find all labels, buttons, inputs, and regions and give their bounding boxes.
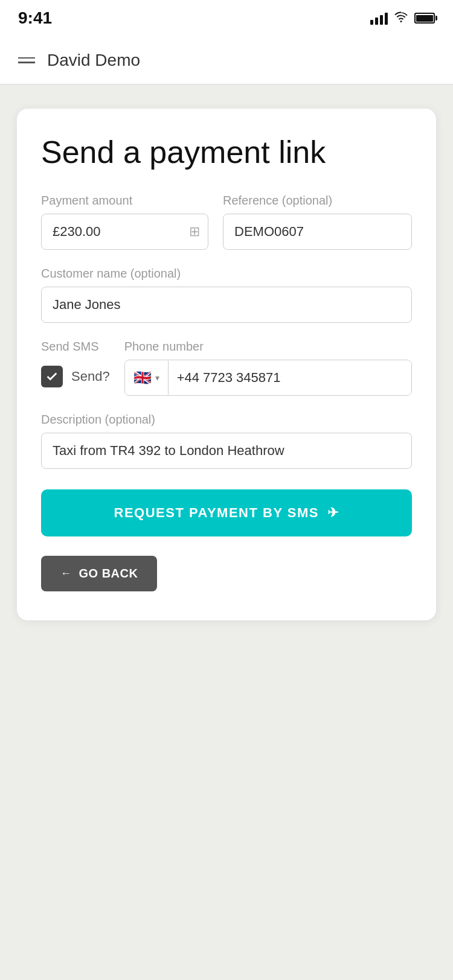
cta-button-label: REQUEST PAYMENT BY SMS: [114, 505, 319, 521]
sms-phone-row: Send SMS Send? Phone number 🇬🇧 ▾: [41, 340, 412, 396]
status-icons: [370, 10, 435, 27]
phone-input-wrapper: 🇬🇧 ▾: [124, 360, 412, 396]
phone-number-group: Phone number 🇬🇧 ▾: [124, 340, 412, 396]
calculator-icon: ⊞: [189, 224, 200, 240]
uk-flag-icon: 🇬🇧: [133, 369, 152, 386]
customer-name-input[interactable]: [41, 287, 412, 323]
checkmark-icon: [45, 370, 59, 383]
payment-amount-input[interactable]: [41, 214, 208, 250]
menu-button[interactable]: [18, 57, 35, 63]
send-sms-checkbox[interactable]: [41, 366, 63, 387]
phone-number-label: Phone number: [124, 340, 412, 354]
payment-amount-wrapper: ⊞: [41, 214, 208, 250]
send-sms-checkbox-label: Send?: [71, 369, 110, 384]
send-sms-checkbox-row: Send?: [41, 366, 110, 387]
navbar-title: David Demo: [47, 51, 140, 70]
reference-label: Reference (optional): [223, 194, 412, 208]
send-sms-group: Send SMS Send?: [41, 340, 110, 387]
status-time: 9:41: [18, 8, 52, 28]
amount-reference-row: Payment amount ⊞ Reference (optional): [41, 194, 412, 250]
phone-number-input[interactable]: [169, 360, 411, 395]
reference-input[interactable]: [223, 214, 412, 250]
description-input[interactable]: [41, 433, 412, 469]
page-title: Send a payment link: [41, 135, 412, 170]
send-sms-label: Send SMS: [41, 340, 110, 354]
status-bar: 9:41: [0, 0, 453, 36]
request-payment-button[interactable]: REQUEST PAYMENT BY SMS ✈: [41, 489, 412, 536]
battery-icon: [414, 13, 435, 24]
customer-name-label: Customer name (optional): [41, 267, 412, 281]
reference-group: Reference (optional): [223, 194, 412, 250]
dropdown-arrow-icon: ▾: [155, 373, 159, 383]
navbar: David Demo: [0, 36, 453, 84]
go-back-label: GO BACK: [79, 567, 138, 581]
signal-icon: [370, 11, 388, 25]
go-back-button[interactable]: ← GO BACK: [41, 556, 157, 591]
description-label: Description (optional): [41, 413, 412, 427]
send-icon: ✈: [327, 505, 339, 521]
main-content: Send a payment link Payment amount ⊞ Ref…: [0, 84, 453, 644]
payment-link-card: Send a payment link Payment amount ⊞ Ref…: [17, 109, 436, 620]
country-flag-dropdown[interactable]: 🇬🇧 ▾: [125, 361, 169, 395]
description-group: Description (optional): [41, 413, 412, 469]
payment-amount-group: Payment amount ⊞: [41, 194, 208, 250]
customer-name-group: Customer name (optional): [41, 267, 412, 323]
wifi-icon: [394, 10, 408, 27]
payment-amount-label: Payment amount: [41, 194, 208, 208]
back-arrow-icon: ←: [60, 567, 72, 580]
